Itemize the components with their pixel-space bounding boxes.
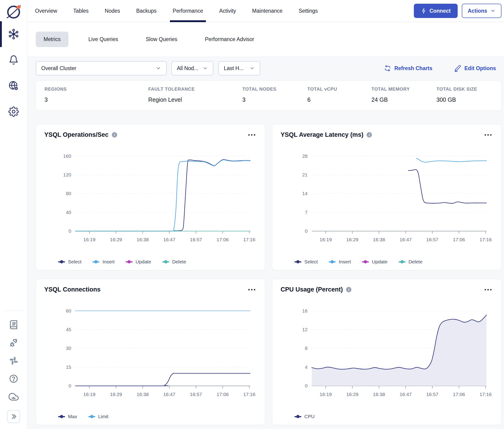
refresh-charts-label: Refresh Charts <box>394 65 432 72</box>
tab-tables[interactable]: Tables <box>73 0 88 22</box>
filter-actions: Refresh Charts Edit Options <box>384 65 496 72</box>
info-icon[interactable]: i <box>346 287 351 292</box>
stat-value: 300 GB <box>436 96 501 103</box>
sidebar-item-alerts[interactable] <box>0 54 27 66</box>
stat-fault-tolerance: FAULT TOLERANCE Region Level <box>148 87 242 110</box>
chevrons-right-icon <box>10 413 17 420</box>
legend-item-limit[interactable]: Limit <box>88 414 108 419</box>
subtab-slow-queries[interactable]: Slow Queries <box>138 32 185 47</box>
sidebar-item-slack[interactable] <box>0 354 27 367</box>
legend-item-update[interactable]: Update <box>362 259 388 265</box>
sidebar-item-settings[interactable] <box>0 105 27 118</box>
svg-text:16:57: 16:57 <box>426 392 439 397</box>
svg-text:16:47: 16:47 <box>163 237 176 242</box>
svg-text:16: 16 <box>302 308 308 313</box>
chart-menu-icon[interactable] <box>247 133 256 137</box>
stat-label: TOTAL NODES <box>242 87 307 92</box>
connect-button[interactable]: Connect <box>414 4 458 18</box>
legend-item-delete[interactable]: Delete <box>162 259 186 265</box>
tab-nodes[interactable]: Nodes <box>105 0 120 22</box>
cluster-scope-select[interactable]: Overall Cluster <box>36 61 167 75</box>
sidebar-footer <box>0 311 27 429</box>
stat-value: 24 GB <box>371 96 436 103</box>
svg-text:15: 15 <box>66 364 71 370</box>
pencil-icon <box>454 65 461 72</box>
legend-marker <box>294 261 301 262</box>
plug-icon <box>9 338 18 348</box>
gear-icon <box>8 106 19 117</box>
cluster-scope-value: Overall Cluster <box>41 65 76 72</box>
stat-label: TOTAL MEMORY <box>371 87 436 92</box>
sidebar-expand-button[interactable] <box>7 410 20 423</box>
legend-item-max[interactable]: Max <box>58 414 77 419</box>
cluster-stats-card: REGIONS 3 FAULT TOLERANCE Region Level T… <box>36 81 502 111</box>
stat-label: TOTAL vCPU <box>307 87 371 92</box>
svg-text:17:16: 17:16 <box>243 237 256 242</box>
legend-marker <box>58 416 65 417</box>
legend-label: Insert <box>339 259 351 265</box>
refresh-charts-button[interactable]: Refresh Charts <box>384 65 432 72</box>
cluster-tabs: Overview Tables Nodes Backups Performanc… <box>35 0 318 22</box>
actions-button[interactable]: Actions <box>462 4 502 18</box>
svg-text:16:47: 16:47 <box>399 392 412 397</box>
cloud-status-icon <box>9 392 19 402</box>
svg-text:28: 28 <box>302 153 308 159</box>
time-range-select[interactable]: Last H... <box>218 61 260 75</box>
sidebar-item-docs[interactable] <box>0 318 27 331</box>
legend-label: Max <box>68 414 77 419</box>
chart-menu-icon[interactable] <box>483 133 493 137</box>
tab-performance[interactable]: Performance <box>173 0 203 22</box>
chart-menu-icon[interactable] <box>483 288 493 292</box>
tab-backups[interactable]: Backups <box>136 0 157 22</box>
edit-options-button[interactable]: Edit Options <box>454 65 496 72</box>
chart-menu-icon[interactable] <box>247 288 256 292</box>
subtab-live-queries[interactable]: Live Queries <box>80 32 126 47</box>
nodes-select[interactable]: All Nod... <box>171 61 213 75</box>
tab-settings[interactable]: Settings <box>299 0 318 22</box>
legend-marker <box>162 261 169 262</box>
main-area: Overview Tables Nodes Backups Performanc… <box>27 0 504 429</box>
svg-text:17:16: 17:16 <box>479 237 492 242</box>
refresh-icon <box>384 65 391 72</box>
chart-legend: SelectInsertUpdateDelete <box>44 259 256 265</box>
subtab-metrics[interactable]: Metrics <box>36 32 69 47</box>
stat-total-vcpu: TOTAL vCPU 6 <box>307 87 371 110</box>
legend-item-insert[interactable]: Insert <box>92 259 115 265</box>
sidebar-item-clusters[interactable] <box>0 28 27 41</box>
tab-overview[interactable]: Overview <box>35 0 57 22</box>
logo-flame <box>17 5 21 9</box>
info-icon[interactable]: i <box>112 132 117 137</box>
svg-text:12: 12 <box>302 327 308 332</box>
ysql-latency-chart: 0714212816:1916:2916:3816:4716:5717:0617… <box>281 142 493 249</box>
chart-card-ysql-connections: YSQL Connections 01530456016:1916:2916:3… <box>36 279 265 425</box>
sidebar-item-status[interactable] <box>0 390 27 403</box>
legend-label: Delete <box>408 259 423 265</box>
stat-label: FAULT TOLERANCE <box>148 87 242 92</box>
legend-item-update[interactable]: Update <box>126 259 151 265</box>
globe-gear-icon <box>8 80 19 91</box>
svg-text:8: 8 <box>305 346 308 351</box>
legend-item-select[interactable]: Select <box>58 259 81 265</box>
svg-text:160: 160 <box>63 153 71 159</box>
legend-item-insert[interactable]: Insert <box>329 259 351 265</box>
svg-text:120: 120 <box>63 172 71 177</box>
app-logo[interactable] <box>4 2 24 23</box>
legend-item-select[interactable]: Select <box>294 259 318 265</box>
tab-maintenance[interactable]: Maintenance <box>252 0 283 22</box>
top-navigation: Overview Tables Nodes Backups Performanc… <box>27 0 504 22</box>
legend-item-delete[interactable]: Delete <box>399 259 423 265</box>
performance-subtabs: Metrics Live Queries Slow Queries Perfor… <box>27 22 504 57</box>
sidebar-item-integrations[interactable] <box>0 336 27 349</box>
svg-text:16:29: 16:29 <box>346 392 359 397</box>
sidebar-item-help[interactable] <box>0 372 27 385</box>
info-icon[interactable]: i <box>367 132 372 137</box>
cpu-usage-chart: 048121616:1916:2916:3816:4716:5717:0617:… <box>281 296 493 403</box>
tab-activity[interactable]: Activity <box>219 0 236 22</box>
chart-title: YSQL Connections <box>44 286 100 293</box>
legend-item-cpu[interactable]: CPU <box>294 414 314 419</box>
edit-options-label: Edit Options <box>464 65 496 72</box>
sidebar-item-network[interactable] <box>0 79 27 92</box>
nodes-select-value: All Nod... <box>177 65 198 72</box>
svg-text:16:57: 16:57 <box>190 392 202 397</box>
subtab-performance-advisor[interactable]: Performance Advisor <box>197 32 262 47</box>
